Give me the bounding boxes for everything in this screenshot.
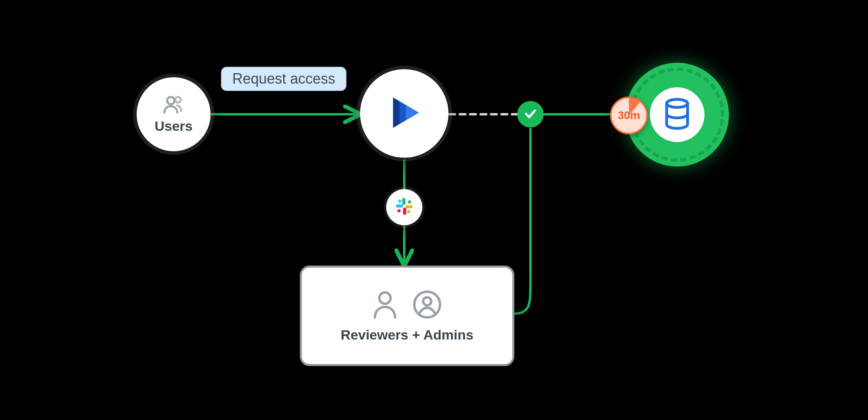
users-icon	[162, 95, 185, 116]
access-request-flow-diagram: Users Request access	[0, 0, 868, 420]
svg-rect-4	[403, 208, 406, 215]
access-duration-badge: 30m	[610, 97, 648, 134]
checkmark-icon	[523, 106, 538, 122]
request-access-pill: Request access	[221, 67, 346, 91]
slack-icon	[394, 196, 414, 218]
orchestrator-node	[360, 69, 448, 158]
database-icon	[663, 98, 692, 132]
svg-point-9	[397, 209, 401, 212]
person-icon	[372, 290, 398, 321]
approval-node	[517, 101, 544, 128]
svg-point-7	[408, 200, 411, 204]
notification-relay-node	[386, 189, 422, 225]
users-label: Users	[155, 118, 193, 134]
resource-node: 30m	[625, 63, 729, 167]
svg-rect-5	[396, 204, 403, 208]
account-circle-icon	[412, 289, 442, 321]
svg-point-12	[423, 297, 431, 305]
users-node: Users	[137, 77, 211, 151]
svg-point-0	[167, 97, 174, 104]
access-duration-label: 30m	[618, 109, 640, 122]
svg-rect-2	[402, 198, 405, 205]
play-logo-icon	[383, 92, 425, 135]
reviewers-node: Reviewers + Admins	[300, 266, 514, 366]
svg-point-8	[407, 210, 410, 213]
svg-point-13	[667, 99, 688, 107]
svg-rect-3	[405, 205, 413, 208]
svg-point-6	[398, 200, 401, 203]
svg-point-1	[175, 97, 181, 103]
reviewers-label: Reviewers + Admins	[341, 327, 473, 343]
svg-point-10	[379, 292, 391, 304]
